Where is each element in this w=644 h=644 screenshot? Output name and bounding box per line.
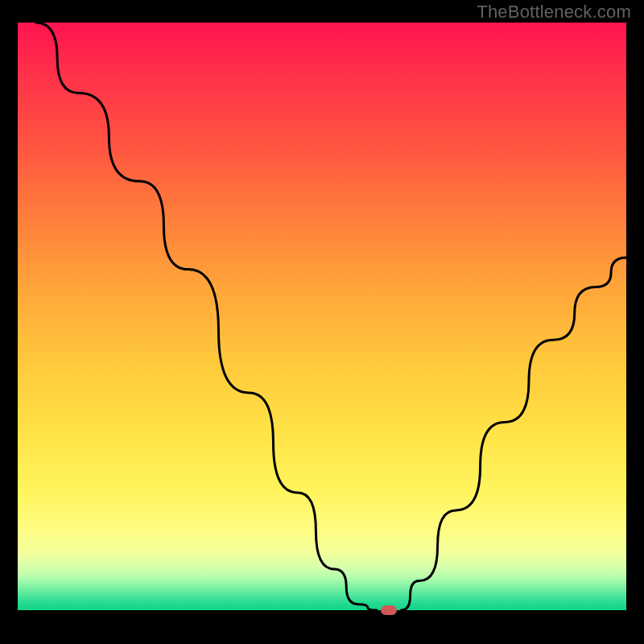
chart-container: TheBottleneck.com: [0, 0, 644, 644]
watermark-text: TheBottleneck.com: [477, 2, 631, 23]
heatmap-gradient: [18, 23, 626, 610]
optimal-marker: [381, 605, 397, 615]
